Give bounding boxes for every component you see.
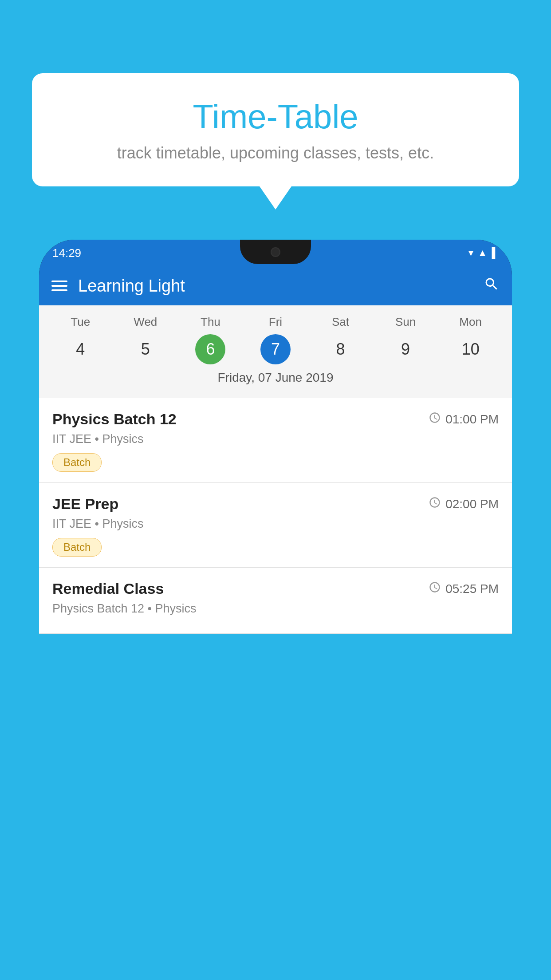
- app-header-left: Learning Light: [51, 277, 185, 296]
- day-number: 10: [456, 334, 486, 364]
- hamburger-line-1: [51, 281, 67, 282]
- day-label: Mon: [459, 315, 482, 329]
- day-label: Wed: [134, 315, 157, 329]
- bubble-title: Time-Table: [59, 97, 492, 136]
- phone-body: Tue4Wed5Thu6Fri7Sat8Sun9Mon10 Friday, 07…: [39, 305, 512, 634]
- wifi-icon: ▾: [468, 247, 473, 259]
- schedule-item-0[interactable]: Physics Batch 12 01:00 PM IIT JEE • Phys…: [39, 398, 512, 483]
- day-col-wed[interactable]: Wed5: [130, 315, 161, 364]
- batch-badge: Batch: [52, 453, 102, 472]
- schedule-item-time: 05:25 PM: [429, 581, 499, 597]
- phone-notch: [240, 240, 311, 264]
- day-number: 7: [260, 334, 291, 364]
- selected-date-label: Friday, 07 June 2019: [39, 364, 512, 393]
- schedule-item-time: 02:00 PM: [429, 496, 499, 512]
- batch-badge: Batch: [52, 538, 102, 557]
- day-number: 8: [326, 334, 356, 364]
- clock-icon: [429, 581, 441, 597]
- status-time: 14:29: [52, 246, 81, 260]
- calendar-strip: Tue4Wed5Thu6Fri7Sat8Sun9Mon10 Friday, 07…: [39, 305, 512, 398]
- battery-icon: ▌: [492, 247, 499, 259]
- hamburger-line-2: [51, 285, 67, 287]
- schedule-item-meta: IIT JEE • Physics: [52, 432, 499, 446]
- day-col-fri[interactable]: Fri7: [260, 315, 291, 364]
- day-number: 6: [195, 334, 225, 364]
- status-icons: ▾ ▲ ▌: [468, 247, 499, 259]
- day-col-sun[interactable]: Sun9: [390, 315, 421, 364]
- search-button[interactable]: [484, 276, 500, 296]
- app-title: Learning Light: [78, 277, 185, 296]
- phone-outer-wrap: 14:29 ▾ ▲ ▌ Learning Light: [39, 240, 512, 634]
- day-number: 5: [130, 334, 161, 364]
- menu-icon[interactable]: [51, 281, 67, 291]
- clock-icon: [429, 496, 441, 512]
- day-label: Sat: [332, 315, 349, 329]
- phone-container: 14:29 ▾ ▲ ▌ Learning Light: [39, 240, 512, 980]
- schedule-item-time: 01:00 PM: [429, 411, 499, 427]
- day-number: 4: [65, 334, 95, 364]
- signal-icon: ▲: [478, 247, 488, 259]
- day-label: Tue: [71, 315, 90, 329]
- clock-icon: [429, 411, 441, 427]
- day-col-tue[interactable]: Tue4: [65, 315, 95, 364]
- bubble-subtitle: track timetable, upcoming classes, tests…: [59, 144, 492, 162]
- schedule-item-title: Remedial Class: [52, 580, 164, 597]
- day-row: Tue4Wed5Thu6Fri7Sat8Sun9Mon10: [39, 315, 512, 364]
- schedule-item-title: JEE Prep: [52, 495, 118, 513]
- day-col-mon[interactable]: Mon10: [456, 315, 486, 364]
- day-number: 9: [390, 334, 421, 364]
- day-col-thu[interactable]: Thu6: [195, 315, 225, 364]
- day-col-sat[interactable]: Sat8: [326, 315, 356, 364]
- time-text: 01:00 PM: [445, 412, 499, 427]
- speech-bubble: Time-Table track timetable, upcoming cla…: [32, 73, 519, 186]
- schedule-item-header: JEE Prep 02:00 PM: [52, 495, 499, 513]
- schedule-item-title: Physics Batch 12: [52, 411, 177, 428]
- schedule-item-header: Physics Batch 12 01:00 PM: [52, 411, 499, 428]
- schedule-item-meta: IIT JEE • Physics: [52, 517, 499, 531]
- hamburger-line-3: [51, 289, 67, 291]
- schedule-item-header: Remedial Class 05:25 PM: [52, 580, 499, 597]
- day-label: Thu: [201, 315, 220, 329]
- speech-bubble-container: Time-Table track timetable, upcoming cla…: [32, 73, 519, 186]
- schedule-list: Physics Batch 12 01:00 PM IIT JEE • Phys…: [39, 398, 512, 634]
- time-text: 02:00 PM: [445, 497, 499, 511]
- schedule-item-1[interactable]: JEE Prep 02:00 PM IIT JEE • Physics Batc…: [39, 483, 512, 568]
- schedule-item-2[interactable]: Remedial Class 05:25 PM Physics Batch 12…: [39, 568, 512, 634]
- day-label: Fri: [269, 315, 282, 329]
- app-header: Learning Light: [39, 266, 512, 305]
- day-label: Sun: [395, 315, 416, 329]
- time-text: 05:25 PM: [445, 582, 499, 596]
- schedule-item-meta: Physics Batch 12 • Physics: [52, 602, 499, 616]
- front-camera: [271, 247, 280, 257]
